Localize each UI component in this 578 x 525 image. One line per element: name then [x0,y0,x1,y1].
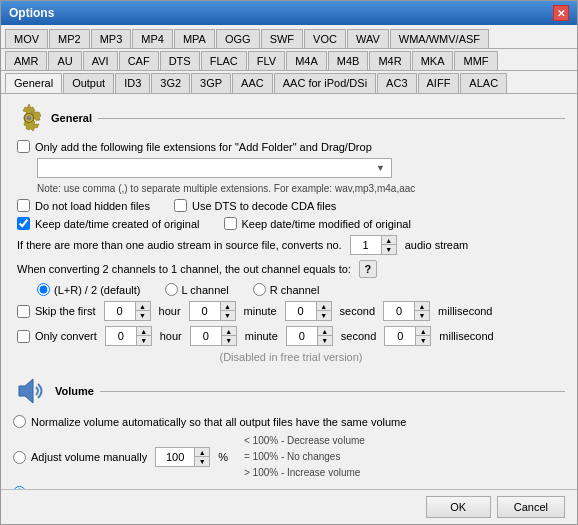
only-second-down[interactable]: ▼ [318,336,332,345]
tab-aac-ipod[interactable]: AAC for iPod/DSi [274,73,376,93]
tab-id3[interactable]: ID3 [115,73,150,93]
only-convert-row: Only convert ▲ ▼ hour ▲ ▼ [17,326,565,346]
general-body: Only add the following file extensions f… [13,140,565,363]
tab-mmf[interactable]: MMF [454,51,497,70]
only-hour-label: hour [160,330,182,342]
tab-flv[interactable]: FLV [248,51,285,70]
tab-mp2[interactable]: MP2 [49,29,90,48]
channel-label: When converting 2 channels to 1 channel,… [17,263,351,275]
skip-minute-input[interactable] [190,302,220,320]
keep-modified-checkbox[interactable] [224,217,237,230]
tab-m4b[interactable]: M4B [328,51,369,70]
tab-ogg[interactable]: OGG [216,29,260,48]
combo-arrow-icon[interactable]: ▼ [376,163,388,173]
only-hour-up[interactable]: ▲ [137,327,151,336]
tab-avi[interactable]: AVI [83,51,118,70]
audio-stream-down-btn[interactable]: ▼ [382,245,396,254]
skip-ms-up[interactable]: ▲ [415,302,429,311]
only-minute-down[interactable]: ▼ [222,336,236,345]
tab-wma[interactable]: WMA/WMV/ASF [390,29,489,48]
extensions-combo[interactable]: ▼ [37,158,392,178]
only-convert-checkbox[interactable] [17,330,30,343]
skip-second-down[interactable]: ▼ [317,311,331,320]
tab-general[interactable]: General [5,73,62,93]
adjust-input[interactable] [156,448,194,466]
only-hour-input[interactable] [106,327,136,345]
skip-first-checkbox[interactable] [17,305,30,318]
skip-hour-up[interactable]: ▲ [136,302,150,311]
tab-mov[interactable]: MOV [5,29,48,48]
tab-mp3[interactable]: MP3 [91,29,132,48]
tab-flac[interactable]: FLAC [201,51,247,70]
adjust-up-btn[interactable]: ▲ [195,448,209,457]
adjust-spinner-btns: ▲ ▼ [194,448,209,466]
skip-hour-btns: ▲ ▼ [135,302,150,320]
hidden-dts-row: Do not load hidden files Use DTS to deco… [17,199,565,212]
only-minute-input[interactable] [191,327,221,345]
tab-au[interactable]: AU [48,51,81,70]
only-ms-up[interactable]: ▲ [416,327,430,336]
only-second-btns: ▲ ▼ [317,327,332,345]
tab-mp4[interactable]: MP4 [132,29,173,48]
general-section-header: General [13,102,565,134]
hidden-files-checkbox[interactable] [17,199,30,212]
skip-ms-input[interactable] [384,302,414,320]
only-hour-down[interactable]: ▼ [137,336,151,345]
tab-voc[interactable]: VOC [304,29,346,48]
tab-3g2[interactable]: 3G2 [151,73,190,93]
skip-second-up[interactable]: ▲ [317,302,331,311]
tab-dts[interactable]: DTS [160,51,200,70]
tab-alac[interactable]: ALAC [460,73,507,93]
tab-output[interactable]: Output [63,73,114,93]
tab-aiff[interactable]: AIFF [418,73,460,93]
volume-section-header: Volume [13,373,565,409]
skip-ms-label: millisecond [438,305,492,317]
note-increase: > 100% - Increase volume [244,465,365,481]
only-second-input[interactable] [287,327,317,345]
tab-aac[interactable]: AAC [232,73,273,93]
skip-minute-up[interactable]: ▲ [221,302,235,311]
only-minute-up[interactable]: ▲ [222,327,236,336]
volume-label: Volume [55,385,94,397]
volume-section: Volume Normalize volume automatically so… [13,373,565,489]
audio-stream-up-btn[interactable]: ▲ [382,236,396,245]
tab-m4a[interactable]: M4A [286,51,327,70]
keep-modified-label: Keep date/time modified of original [242,218,411,230]
skip-hour-input[interactable] [105,302,135,320]
svg-point-2 [27,116,32,121]
volume-body: Normalize volume automatically so that a… [13,415,565,489]
bottom-bar: OK Cancel [1,489,577,524]
adjust-radio[interactable] [13,451,26,464]
channel-help-button[interactable]: ? [359,260,377,278]
audio-stream-input[interactable]: 1 [351,236,381,254]
add-folder-checkbox[interactable] [17,140,30,153]
tab-amr[interactable]: AMR [5,51,47,70]
close-button[interactable]: ✕ [553,5,569,21]
adjust-down-btn[interactable]: ▼ [195,457,209,466]
only-ms-down[interactable]: ▼ [416,336,430,345]
tab-mka[interactable]: MKA [412,51,454,70]
tab-swf[interactable]: SWF [261,29,303,48]
ok-button[interactable]: OK [426,496,491,518]
general-section-line [98,118,565,119]
channel-row: When converting 2 channels to 1 channel,… [17,260,565,278]
keep-created-checkbox[interactable] [17,217,30,230]
only-ms-input[interactable] [385,327,415,345]
skip-ms-down[interactable]: ▼ [415,311,429,320]
skip-minute-down[interactable]: ▼ [221,311,235,320]
r-channel-radio[interactable] [253,283,266,296]
tab-ac3[interactable]: AC3 [377,73,416,93]
cancel-button[interactable]: Cancel [497,496,565,518]
skip-second-input[interactable] [286,302,316,320]
normalize-radio[interactable] [13,415,26,428]
l-channel-radio[interactable] [165,283,178,296]
tab-m4r[interactable]: M4R [369,51,410,70]
dts-decode-checkbox[interactable] [174,199,187,212]
tab-3gp[interactable]: 3GP [191,73,231,93]
tab-wav[interactable]: WAV [347,29,389,48]
skip-hour-down[interactable]: ▼ [136,311,150,320]
tab-mpa[interactable]: MPA [174,29,215,48]
tab-caf[interactable]: CAF [119,51,159,70]
lr-default-radio[interactable] [37,283,50,296]
only-second-up[interactable]: ▲ [318,327,332,336]
